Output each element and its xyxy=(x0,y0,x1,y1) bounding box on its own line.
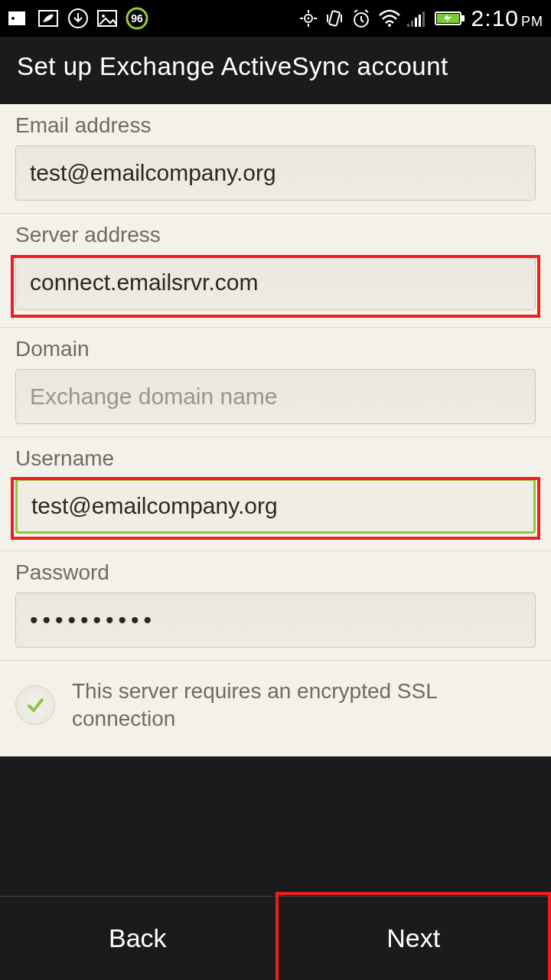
server-input[interactable] xyxy=(15,255,536,310)
domain-input[interactable] xyxy=(15,369,536,424)
back-button[interactable]: Back xyxy=(0,897,276,980)
password-field-group: Password xyxy=(0,551,551,661)
leaf-icon xyxy=(37,8,60,28)
account-setup-form: Email address Server address Domain User… xyxy=(0,104,551,756)
svg-rect-11 xyxy=(411,21,413,27)
email-label: Email address xyxy=(15,113,536,138)
footer-spacer xyxy=(0,756,551,896)
ssl-label: This server requires an encrypted SSL co… xyxy=(72,678,536,733)
server-label: Server address xyxy=(15,223,536,247)
server-field-group: Server address xyxy=(0,214,551,328)
picture-icon xyxy=(96,9,118,28)
svg-rect-7 xyxy=(328,11,339,26)
notification-add-icon xyxy=(8,9,29,28)
battery-badge-icon: 96 xyxy=(126,7,148,30)
username-field-group: Username xyxy=(0,437,551,551)
username-label: Username xyxy=(15,446,536,471)
password-label: Password xyxy=(15,560,536,585)
domain-label: Domain xyxy=(15,337,536,361)
email-input[interactable] xyxy=(15,145,536,201)
vibrate-icon xyxy=(324,8,344,28)
battery-icon xyxy=(435,10,465,27)
svg-rect-10 xyxy=(407,24,409,27)
download-icon xyxy=(67,8,89,29)
signal-icon xyxy=(407,10,429,27)
next-button[interactable]: Next xyxy=(276,897,552,980)
svg-point-3 xyxy=(102,15,105,18)
clock-time: 2:10PM xyxy=(471,5,543,31)
wifi-icon xyxy=(378,9,401,28)
ssl-checkbox-row[interactable]: This server requires an encrypted SSL co… xyxy=(0,661,551,756)
page-title: Set up Exchange ActiveSync account xyxy=(0,37,551,104)
footer-nav: Back Next xyxy=(0,896,551,980)
domain-field-group: Domain xyxy=(0,328,551,437)
password-input[interactable] xyxy=(15,593,536,648)
svg-rect-14 xyxy=(422,11,425,27)
gps-icon xyxy=(298,8,318,28)
svg-rect-12 xyxy=(415,18,417,27)
email-field-group: Email address xyxy=(0,104,551,214)
username-input[interactable] xyxy=(15,479,536,534)
svg-rect-13 xyxy=(419,15,421,27)
svg-point-9 xyxy=(388,24,391,27)
svg-rect-16 xyxy=(461,15,465,21)
status-bar: 96 2:10PM xyxy=(0,0,551,37)
alarm-icon xyxy=(350,8,372,29)
svg-point-6 xyxy=(307,18,309,20)
ssl-check-icon xyxy=(15,685,55,725)
